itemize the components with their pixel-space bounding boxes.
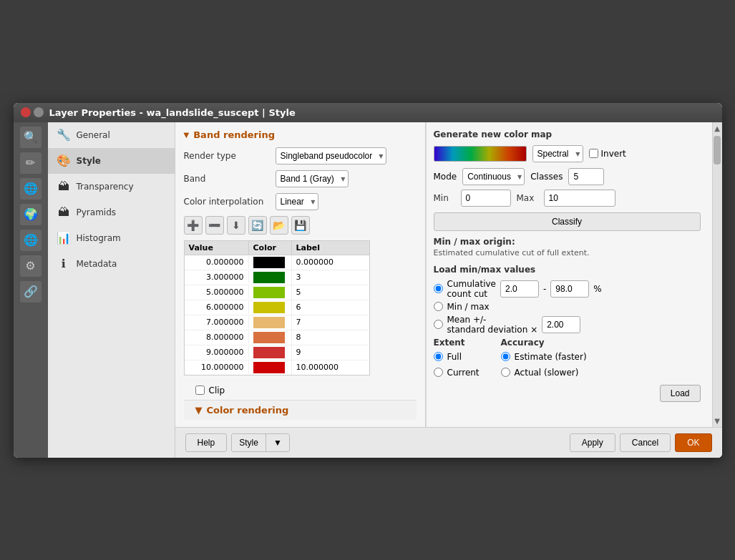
sidebar-item-pyramids[interactable]: 🏔 Pyramids [48,200,175,225]
color-swatch[interactable] [253,302,285,313]
minimize-button[interactable] [34,107,44,117]
minmax-row: Min Max [434,190,701,207]
cell-color [249,330,292,345]
collapse-arrow[interactable]: ▼ [184,131,190,139]
color-table-body: 0.000000 0.000000 3.000000 3 5.000000 5 … [185,255,369,375]
sidebar-label-general: General [77,130,110,140]
scrollbar[interactable]: ▲ ▼ [712,122,722,427]
mean-label: Mean +/-standard deviation × [447,315,538,335]
sidebar-item-style[interactable]: 🎨 Style [48,148,175,174]
accuracy-actual-radio[interactable] [501,368,510,377]
load-button[interactable]: Load [660,385,701,402]
cell-color [249,270,292,285]
bottom-bar: Help Style ▼ Apply Cancel OK [175,427,722,458]
remove-entry-button[interactable]: ➖ [205,216,224,235]
cell-label: 5 [292,286,369,298]
histogram-icon: 📊 [57,231,71,245]
window-title: Layer Properties - wa_landslide_suscept … [49,107,296,118]
tool-icon-5[interactable]: 🌐 [20,230,42,251]
band-select[interactable]: Band 1 (Gray) [276,170,349,187]
tool-icon-4[interactable]: 🌍 [20,204,42,225]
cell-label: 9 [292,346,369,358]
invert-checkbox[interactable] [589,149,598,158]
colormap-select[interactable]: Spectral [532,145,583,162]
style-icon: 🎨 [57,154,71,168]
cumulative-from-input[interactable] [500,280,539,298]
classify-button[interactable]: Classify [434,212,701,231]
color-swatch[interactable] [253,272,285,283]
sidebar-item-transparency[interactable]: 🏔 Transparency [48,174,175,200]
close-button[interactable] [21,107,31,117]
color-swatch[interactable] [253,347,285,358]
open-button[interactable]: 📂 [270,216,288,235]
color-swatch[interactable] [253,362,285,373]
sidebar-item-metadata[interactable]: ℹ Metadata [48,251,175,277]
table-row: 3.000000 3 [185,270,369,285]
extent-full-label: Full [447,352,462,362]
color-table-header: Value Color Label [185,241,369,255]
mean-value-input[interactable] [542,316,580,333]
cumulative-to-input[interactable] [550,280,589,298]
col-header-color: Color [249,241,292,255]
cumulative-radio[interactable] [434,284,443,293]
sort-button[interactable]: ⬇ [227,216,245,235]
mean-radio[interactable] [434,320,443,329]
cancel-button[interactable]: Cancel [620,433,671,452]
sidebar-label-histogram: Histogram [77,233,121,243]
min-input[interactable] [461,190,511,207]
scroll-down-arrow[interactable]: ▼ [714,415,720,427]
add-entry-button[interactable]: ➕ [184,216,203,235]
titlebar-buttons [21,107,44,117]
color-interpolation-select[interactable]: Linear [276,193,318,210]
tool-icon-3[interactable]: 🌐 [20,178,42,200]
minmax-radio[interactable] [434,302,443,311]
help-button[interactable]: Help [185,433,228,452]
extent-accuracy-row: Extent Full Current Accuracy [434,338,701,380]
mode-select-wrap: Continuous [462,168,525,185]
cell-value: 7.000000 [185,316,249,328]
cell-value: 0.000000 [185,256,249,268]
tool-icon-7[interactable]: 🔗 [20,281,42,303]
cumulative-label: Cumulativecount cut [447,279,497,299]
sidebar-item-general[interactable]: 🔧 General [48,122,175,148]
classes-input[interactable] [568,168,604,185]
accuracy-estimate-radio[interactable] [501,352,510,361]
color-swatch[interactable] [253,332,285,343]
color-swatch[interactable] [253,257,285,268]
style-button-group: Style ▼ [231,433,290,452]
sidebar-item-histogram[interactable]: 📊 Histogram [48,225,175,251]
accuracy-estimate-row: Estimate (faster) [501,352,587,362]
color-rendering-label: Color rendering [207,405,289,416]
table-row: 7.000000 7 [185,315,369,330]
colormap-gradient [434,146,527,162]
ok-button[interactable]: OK [675,433,711,452]
color-table: Value Color Label 0.000000 0.000000 3.00… [184,240,370,375]
style-dropdown-button[interactable]: ▼ [266,434,289,451]
tool-icon-2[interactable]: ✏️ [20,152,42,174]
invert-label: Invert [601,149,626,159]
apply-button[interactable]: Apply [570,433,615,452]
color-table-toolbar: ➕ ➖ ⬇ 🔄 📂 💾 [184,216,417,235]
scroll-thumb[interactable] [714,136,721,164]
bottom-right-buttons: Apply Cancel OK [570,433,712,452]
clip-checkbox[interactable] [195,385,205,395]
extent-section: Extent Full Current [434,338,480,380]
cell-color [249,345,292,360]
tool-icon-1[interactable]: 🔍 [20,127,42,148]
max-input[interactable] [544,190,615,207]
style-main-button[interactable]: Style [232,434,266,451]
extent-current-radio[interactable] [434,368,443,377]
collapse-arrow-2[interactable]: ▼ [195,405,203,416]
extent-full-radio[interactable] [434,352,443,361]
sidebar-label-pyramids: Pyramids [77,207,117,217]
color-swatch[interactable] [253,317,285,328]
save-button[interactable]: 💾 [291,216,310,235]
render-type-select[interactable]: Singleband pseudocolor [276,147,386,164]
refresh-button[interactable]: 🔄 [248,216,267,235]
tool-icon-6[interactable]: ⚙️ [20,255,42,277]
col-header-label: Label [292,241,369,255]
colormap-select-wrap: Spectral [532,145,583,162]
mode-select[interactable]: Continuous [462,168,525,185]
color-swatch[interactable] [253,287,285,298]
scroll-up-arrow[interactable]: ▲ [714,122,720,134]
